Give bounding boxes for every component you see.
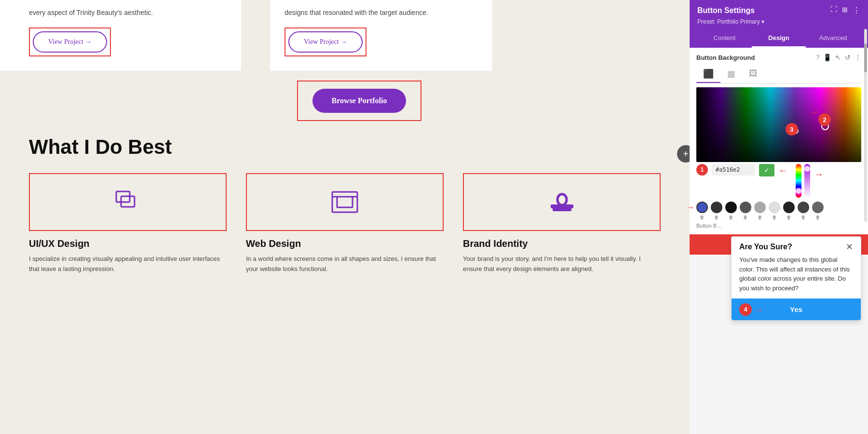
scrollbar-track [864,29,867,222]
swatch-light-gray[interactable] [754,202,766,213]
arrow-swatch-indicator: → [686,203,694,213]
view-project-1-button[interactable]: View Project → [33,31,107,53]
swatch-medium[interactable] [812,202,824,213]
yes-btn-container: 4 → Yes [732,298,861,320]
swatch-col-2: 🗑 [711,202,722,220]
property-icons: ? 📱 ↖ ↺ ⋮ [816,54,861,62]
gap-spacer [241,0,270,71]
swatch-col-9: 🗑 [812,202,824,220]
expand-icon[interactable]: ⛶ [830,6,837,15]
scrollbar-thumb[interactable] [864,43,867,72]
options-icon[interactable]: ⋮ [854,54,861,62]
browse-portfolio-section: Browse Portfolio [0,81,690,121]
brand-title: Brand Identity [463,238,661,249]
more-icon[interactable]: ⋮ [853,6,860,15]
swatch-col-7: 🗑 [783,202,795,220]
hex-input[interactable] [712,164,755,176]
swatch-white[interactable] [769,202,780,213]
swatch-black[interactable] [725,202,737,213]
button-settings-header: Button Settings ⛶ ⊞ ⋮ Preset: Portfolio … [690,0,868,48]
undo-icon[interactable]: ↺ [845,54,851,62]
uiux-desc: I specialize in creating visually appeal… [29,254,227,274]
swatch-dark-1-delete[interactable]: 🗑 [714,215,719,220]
view-project-2-button[interactable]: View Project → [288,31,363,53]
swatch-black-delete[interactable]: 🗑 [729,215,733,220]
service-uiux: UI/UX Design I specialize in creating vi… [29,173,227,274]
badge-3: 3 [786,123,798,136]
cursor-icon[interactable]: ↖ [835,54,841,62]
swatch-medium-delete[interactable]: 🗑 [815,215,820,220]
hue-thumb [796,188,801,194]
arrow-swatch-1: → 🗑 [696,202,708,220]
swatch-gray[interactable] [740,202,751,213]
mobile-icon[interactable]: 📱 [823,54,831,62]
brand-icon-box [463,173,661,231]
tab-content[interactable]: Content [697,29,752,48]
card-2-text: designs that resonated with the target a… [285,7,477,18]
header-icons: ⛶ ⊞ ⋮ [830,6,860,15]
panel-body: Button Background ? 📱 ↖ ↺ ⋮ ⬛ ▦ 🖼 [690,48,868,234]
alpha-slider[interactable] [804,164,810,198]
panel-title: Button Settings [697,6,755,15]
swatch-col-8: 🗑 [798,202,809,220]
brand-icon [549,189,575,216]
swatch-gray-delete[interactable]: 🗑 [743,215,748,220]
swatch-col-6: 🗑 [769,202,780,220]
swatch-light-gray-delete[interactable]: 🗑 [758,215,762,220]
preset-label[interactable]: Preset: Portfolio Primary ▾ [697,18,764,25]
split-icon[interactable]: ⊞ [842,6,848,15]
hex-sliders-row: 1 ✓ ← → [696,164,861,198]
webdesign-icon-box [246,173,444,231]
svg-rect-2 [332,192,357,212]
top-cards-row: every aspect of Trinity Beauty's aesthet… [0,0,690,71]
swatch-mid-dark-delete[interactable]: 🗑 [801,215,806,220]
vertical-sliders [796,164,810,198]
gradient-tab[interactable]: ▦ [720,66,742,83]
swatch-blue-active[interactable] [696,202,708,213]
add-section-button[interactable]: + [677,145,690,163]
hex-confirm-button[interactable]: ✓ [759,164,774,176]
uiux-icon-box [29,173,227,231]
right-panel: Button Settings ⛶ ⊞ ⋮ Preset: Portfolio … [690,0,868,434]
preset-row: Preset: Portfolio Primary ▾ [697,17,860,29]
hue-slider[interactable] [796,164,801,198]
confirm-dialog: Are You Sure? ✕ You've made changes to t… [731,236,861,321]
dialog-close-button[interactable]: ✕ [846,243,853,251]
dialog-title: Are You Sure? [739,243,792,251]
swatch-mid-dark[interactable] [798,202,809,213]
service-brand: Brand Identity Your brand is your story,… [463,173,661,274]
card-1-text: every aspect of Trinity Beauty's aesthet… [29,7,227,18]
help-icon[interactable]: ? [816,54,819,62]
svg-rect-3 [337,197,353,207]
swatch-darker[interactable] [783,202,795,213]
main-content: every aspect of Trinity Beauty's aesthet… [0,0,690,434]
color-picker-gradient[interactable]: 3 2 → [696,87,861,162]
arrow-to-slider: → [814,169,824,180]
swatch-white-delete[interactable]: 🗑 [772,215,777,220]
view-project-1-outline: View Project → [29,27,111,56]
button-bg-label-partial: Button B… [696,223,861,229]
tab-advanced[interactable]: Advanced [806,29,860,48]
what-section: What I Do Best UI/UX Design I specialize… [0,136,690,274]
property-label-row: Button Background ? 📱 ↖ ↺ ⋮ [696,54,861,62]
property-label: Button Background [696,54,755,61]
dialog-body: You've made changes to this global color… [732,255,861,298]
view-project-2-outline: View Project → [285,27,366,56]
swatch-darker-delete[interactable]: 🗑 [787,215,791,220]
solid-color-tab[interactable]: ⬛ [696,66,720,83]
swatch-blue-delete[interactable]: 🗑 [700,215,705,220]
badge-1: 1 [696,164,708,176]
badge-4: 4 [739,303,752,316]
swatch-col-3: 🗑 [725,202,737,220]
webdesign-title: Web Design [246,238,444,249]
tab-design[interactable]: Design [752,29,806,48]
browse-portfolio-button[interactable]: Browse Portfolio [312,89,407,113]
header-row: Button Settings ⛶ ⊞ ⋮ [697,6,860,15]
badge-1-area: 1 [696,164,708,176]
swatch-dark-1[interactable] [711,202,722,213]
color-type-tabs: ⬛ ▦ 🖼 [696,66,861,83]
arrow-to-hex: ← [778,165,788,176]
image-tab[interactable]: 🖼 [742,66,764,83]
swatch-col-4: 🗑 [740,202,751,220]
dialog-header: Are You Sure? ✕ [732,237,861,255]
